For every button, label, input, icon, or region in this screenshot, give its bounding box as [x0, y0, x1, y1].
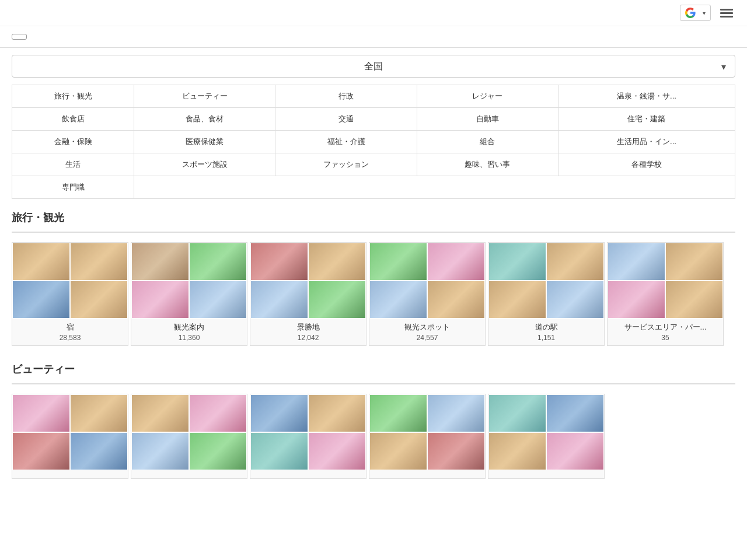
category-cell[interactable]: ファッション: [275, 153, 417, 176]
card-image-placeholder: [189, 281, 247, 318]
card-label: 宿: [12, 318, 128, 334]
card-image-placeholder: [427, 281, 485, 318]
card-image-placeholder: [665, 281, 723, 318]
card[interactable]: [131, 394, 247, 479]
card[interactable]: [250, 394, 366, 479]
nav-bar: [0, 26, 747, 48]
card-image-placeholder: [546, 394, 604, 432]
card-image-placeholder: [70, 281, 128, 318]
card-image-placeholder: [488, 243, 546, 281]
card-images: [250, 243, 366, 318]
card-image-placeholder: [369, 243, 427, 281]
card-count: [250, 475, 366, 478]
card-count: 11,360: [131, 334, 247, 345]
card-image-placeholder: [70, 243, 128, 281]
card-image-placeholder: [608, 243, 665, 281]
card[interactable]: 景勝地12,042: [250, 242, 366, 346]
category-cell[interactable]: 温泉・銭湯・サ...: [558, 85, 735, 108]
card-count: 24,557: [369, 334, 485, 345]
card-image-placeholder: [665, 243, 723, 281]
card-image-placeholder: [131, 394, 189, 432]
section-title: 旅行・観光: [12, 211, 735, 225]
category-cell[interactable]: 行政: [275, 85, 417, 108]
card-image-placeholder: [250, 243, 308, 281]
category-cell[interactable]: 生活用品・イン...: [558, 131, 735, 153]
category-cell[interactable]: レジャー: [417, 85, 558, 108]
card-image-placeholder: [189, 243, 247, 281]
card-image-placeholder: [12, 281, 70, 318]
card-label: [12, 470, 128, 475]
section-travel: 旅行・観光宿28,583観光案内11,360景勝地12,042観光スポット24,…: [12, 211, 735, 351]
section-title: ビューティー: [12, 362, 735, 376]
category-cell[interactable]: 生活: [12, 153, 134, 176]
section-beauty: ビューティー: [12, 362, 735, 484]
category-cell[interactable]: 趣味、習い事: [417, 153, 558, 176]
card-count: [131, 475, 247, 478]
card[interactable]: [12, 394, 128, 479]
card-image-placeholder: [608, 281, 665, 318]
card-image-placeholder: [546, 432, 604, 470]
card[interactable]: 宿28,583: [12, 242, 128, 346]
card-label: サービスエリア・パー...: [608, 318, 723, 334]
card-image-placeholder: [70, 432, 128, 470]
card-image-placeholder: [70, 394, 128, 432]
card-count: [488, 475, 604, 478]
category-cell[interactable]: ビューティー: [134, 85, 275, 108]
card-image-placeholder: [131, 243, 189, 281]
card[interactable]: 道の駅1,151: [488, 242, 605, 346]
card-image-placeholder: [12, 243, 70, 281]
category-cell[interactable]: 住宅・建築: [558, 108, 735, 131]
category-cell[interactable]: 各種学校: [558, 153, 735, 176]
category-cell[interactable]: 交通: [275, 108, 417, 131]
category-cell[interactable]: 専門職: [12, 176, 134, 199]
card-images: [608, 243, 723, 318]
region-select[interactable]: 全国: [12, 55, 735, 78]
card-images: [369, 394, 485, 470]
card-image-placeholder: [369, 281, 427, 318]
card-images: [488, 394, 604, 470]
card-image-placeholder: [546, 243, 604, 281]
language-selector[interactable]: ▾: [680, 5, 711, 21]
category-cell[interactable]: スポーツ施設: [134, 153, 275, 176]
card-label: 観光案内: [131, 318, 247, 334]
card-count: 12,042: [250, 334, 366, 345]
card-image-placeholder: [131, 281, 189, 318]
card-image-placeholder: [250, 281, 308, 318]
chevron-down-icon: ▾: [703, 10, 706, 16]
card[interactable]: [369, 394, 486, 479]
card-count: [369, 475, 485, 478]
cards-grid: [12, 394, 735, 484]
card-image-placeholder: [369, 394, 427, 432]
card-image-placeholder: [12, 432, 70, 470]
category-cell[interactable]: 食品、食材: [134, 108, 275, 131]
card-label: [488, 470, 604, 475]
card-images: [12, 394, 128, 470]
card-image-placeholder: [308, 281, 366, 318]
card-images: [488, 243, 604, 318]
card-label: 景勝地: [250, 318, 366, 334]
category-cell[interactable]: 自動車: [417, 108, 558, 131]
nav-tab-jpbook[interactable]: [12, 34, 27, 40]
card-image-placeholder: [189, 394, 247, 432]
card-image-placeholder: [427, 394, 485, 432]
category-cell[interactable]: 福祉・介護: [275, 131, 417, 153]
card[interactable]: 観光案内11,360: [131, 242, 247, 346]
card-image-placeholder: [369, 432, 427, 470]
category-cell[interactable]: 旅行・観光: [12, 85, 134, 108]
card-image-placeholder: [546, 281, 604, 318]
category-cell[interactable]: 組合: [417, 131, 558, 153]
card-image-placeholder: [12, 394, 70, 432]
category-cell[interactable]: 金融・保険: [12, 131, 134, 153]
list-view-icon[interactable]: [718, 6, 735, 20]
card-images: [250, 394, 366, 470]
card-images: [12, 243, 128, 318]
card-label: [250, 470, 366, 475]
section-divider: [12, 383, 735, 384]
region-select-wrap: 全国: [12, 55, 735, 78]
card[interactable]: [488, 394, 605, 479]
category-cell[interactable]: 医療保健業: [134, 131, 275, 153]
card[interactable]: サービスエリア・パー...35: [607, 242, 724, 346]
cards-grid: 宿28,583観光案内11,360景勝地12,042観光スポット24,557道の…: [12, 242, 735, 351]
card[interactable]: 観光スポット24,557: [369, 242, 486, 346]
category-cell[interactable]: 飲食店: [12, 108, 134, 131]
